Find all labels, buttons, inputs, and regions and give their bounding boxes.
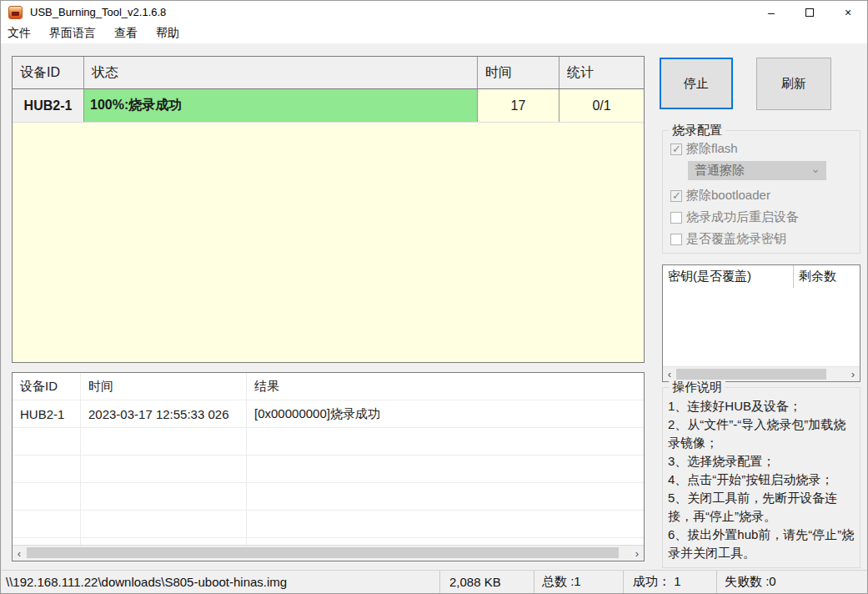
erase-flash-checkbox[interactable]: 擦除flash — [670, 141, 860, 157]
menu-language[interactable]: 界面语言 — [40, 26, 105, 41]
instruction-step: 3、选择烧录配置； — [668, 452, 855, 471]
checkbox-unchecked-icon — [670, 234, 682, 245]
erase-bootloader-label: 擦除bootloader — [686, 188, 770, 204]
device-row[interactable]: HUB2-1 100%:烧录成功 17 0/1 — [13, 89, 644, 123]
menu-help[interactable]: 帮助 — [147, 26, 188, 41]
success-count: 成功： 1 — [623, 571, 716, 593]
log-row-empty — [13, 455, 644, 482]
log-table: 设备ID 时间 结果 HUB2-1 2023-03-17 12:55:33 02… — [12, 372, 645, 561]
app-window: USB_Burning_Tool_v2.1.6.8 – × 文件 界面语言 查看… — [0, 0, 868, 594]
key-table-header: 密钥(是否覆盖) 剩余数 — [663, 265, 860, 288]
instruction-step: 2、从“文件”-“导入烧录包”加载烧录镜像； — [668, 415, 855, 452]
device-status-cell: 100%:烧录成功 — [84, 89, 478, 122]
erase-bootloader-checkbox[interactable]: 擦除bootloader — [670, 188, 860, 204]
scrollbar-thumb[interactable] — [27, 547, 619, 558]
log-time-cell: 2023-03-17 12:55:33 026 — [81, 400, 247, 427]
scroll-right-icon[interactable]: › — [630, 546, 644, 561]
col-remaining[interactable]: 剩余数 — [794, 265, 860, 288]
instruction-step: 1、连接好HUB及设备； — [668, 397, 855, 415]
overwrite-key-label: 是否覆盖烧录密钥 — [686, 231, 786, 247]
col-log-result[interactable]: 结果 — [247, 373, 644, 400]
key-table: 密钥(是否覆盖) 剩余数 ‹ › — [662, 264, 860, 382]
erase-mode-value: 普通擦除 — [695, 163, 745, 179]
chevron-down-icon: ⌄ — [810, 162, 820, 175]
menu-view[interactable]: 查看 — [105, 26, 147, 41]
failed-count: 失败数 :0 — [716, 571, 867, 593]
burn-config-group: 烧录配置 擦除flash 普通擦除 ⌄ 擦除bootloader 烧录成功后重启… — [662, 130, 860, 254]
device-id-cell: HUB2-1 — [13, 89, 84, 122]
log-row-empty — [13, 427, 644, 455]
burn-config-title: 烧录配置 — [669, 123, 725, 138]
statusbar: \\192.168.111.22\downloads\S805-uboot-hi… — [1, 570, 867, 593]
window-title: USB_Burning_Tool_v2.1.6.8 — [30, 6, 166, 18]
scroll-left-icon[interactable]: ‹ — [13, 546, 26, 561]
checkbox-checked-icon — [670, 190, 682, 202]
overwrite-key-checkbox[interactable]: 是否覆盖烧录密钥 — [670, 231, 860, 247]
col-stats[interactable]: 统计 — [559, 57, 644, 88]
col-key-overwrite[interactable]: 密钥(是否覆盖) — [663, 265, 794, 288]
col-device-id[interactable]: 设备ID — [13, 57, 84, 88]
log-result-cell: [0x00000000]烧录成功 — [247, 400, 644, 427]
window-controls: – × — [752, 1, 867, 23]
log-table-header: 设备ID 时间 结果 — [13, 373, 644, 400]
instructions-title: 操作说明 — [669, 380, 725, 395]
instruction-step: 4、点击“开始”按钮启动烧录； — [668, 471, 855, 489]
reboot-after-burn-label: 烧录成功后重启设备 — [686, 209, 799, 225]
device-table: 设备ID 状态 时间 统计 HUB2-1 100%:烧录成功 17 0/1 — [12, 56, 645, 363]
app-icon — [8, 6, 23, 19]
col-log-time[interactable]: 时间 — [81, 373, 247, 400]
device-table-header: 设备ID 状态 时间 统计 — [13, 57, 644, 89]
col-time[interactable]: 时间 — [478, 57, 559, 88]
col-status[interactable]: 状态 — [84, 57, 478, 88]
erase-mode-dropdown[interactable]: 普通擦除 ⌄ — [688, 161, 826, 180]
titlebar: USB_Burning_Tool_v2.1.6.8 – × — [1, 1, 867, 23]
total-count: 总数 :1 — [534, 571, 623, 593]
refresh-button[interactable]: 刷新 — [756, 58, 831, 110]
scrollbar-thumb[interactable] — [676, 369, 826, 380]
stop-button[interactable]: 停止 — [660, 58, 733, 109]
checkbox-unchecked-icon — [670, 212, 682, 224]
log-row-empty — [13, 510, 644, 537]
image-path: \\192.168.111.22\downloads\S805-uboot-hi… — [1, 571, 439, 593]
instructions-steps: 1、连接好HUB及设备； 2、从“文件”-“导入烧录包”加载烧录镜像； 3、选择… — [663, 388, 860, 562]
scroll-right-icon[interactable]: › — [846, 367, 860, 381]
log-row[interactable]: HUB2-1 2023-03-17 12:55:33 026 [0x000000… — [13, 400, 644, 427]
log-row-empty — [13, 482, 644, 510]
log-device-id-cell: HUB2-1 — [13, 400, 81, 427]
checkbox-checked-icon — [670, 143, 682, 155]
device-time-cell: 17 — [478, 89, 559, 122]
menubar: 文件 界面语言 查看 帮助 — [1, 23, 867, 43]
reboot-after-burn-checkbox[interactable]: 烧录成功后重启设备 — [670, 209, 860, 225]
instruction-step: 5、关闭工具前，先断开设备连接，再“停止”烧录。 — [668, 489, 855, 526]
menu-file[interactable]: 文件 — [1, 26, 40, 41]
instructions-group: 操作说明 1、连接好HUB及设备； 2、从“文件”-“导入烧录包”加载烧录镜像；… — [662, 387, 860, 568]
image-size: 2,088 KB — [439, 571, 534, 593]
col-log-device-id[interactable]: 设备ID — [13, 373, 81, 400]
maximize-icon — [805, 8, 814, 17]
device-stats-cell: 0/1 — [559, 89, 644, 122]
minimize-button[interactable]: – — [752, 1, 790, 23]
log-table-hscrollbar[interactable]: ‹ › — [13, 545, 644, 561]
instruction-step: 6、拔出外置hub前，请先“停止”烧录并关闭工具。 — [668, 526, 855, 562]
maximize-button[interactable] — [790, 1, 829, 23]
close-button[interactable]: × — [829, 1, 867, 23]
erase-flash-label: 擦除flash — [686, 141, 738, 157]
